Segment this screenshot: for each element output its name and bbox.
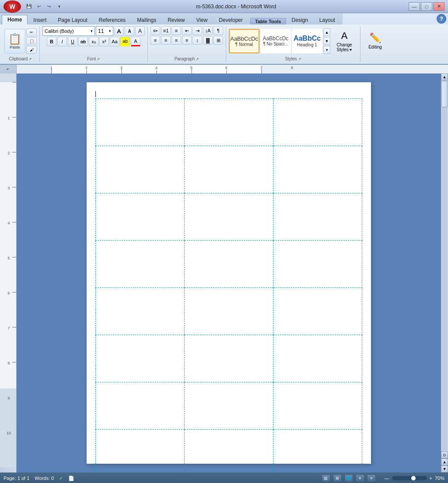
highlight-button[interactable]: ab: [120, 37, 130, 46]
table-cell[interactable]: [96, 430, 185, 473]
select-browse-object-button[interactable]: ⊙: [441, 452, 448, 458]
subscript-button[interactable]: x₂: [89, 37, 98, 46]
strikethrough-button[interactable]: ab: [78, 37, 88, 46]
underline-button[interactable]: U: [68, 37, 77, 46]
close-button[interactable]: ✕: [433, 2, 444, 11]
style-no-spacing[interactable]: AaBbCcDc ¶ No Spaci...: [260, 29, 291, 53]
save-button[interactable]: 💾: [24, 2, 33, 11]
table-cell[interactable]: [185, 193, 273, 241]
table-cell[interactable]: [185, 382, 273, 430]
tab-mailings[interactable]: Mailings: [131, 15, 162, 24]
cut-button[interactable]: ✂: [26, 28, 37, 36]
clear-formatting-button[interactable]: A: [135, 26, 145, 36]
font-size-box[interactable]: 11 ▾: [96, 26, 113, 36]
sort-button[interactable]: ↕A: [203, 26, 213, 35]
spell-check-icon[interactable]: ✓: [59, 476, 63, 481]
font-color-button[interactable]: A: [131, 37, 140, 46]
table-cell[interactable]: [96, 146, 185, 193]
styles-scroll-down-button[interactable]: ▼: [323, 37, 330, 45]
borders-button[interactable]: ⊞: [214, 36, 223, 45]
line-spacing-button[interactable]: ↕: [192, 36, 202, 45]
tab-review[interactable]: Review: [162, 15, 190, 24]
table-cell[interactable]: [96, 193, 185, 241]
tab-insert[interactable]: Insert: [28, 15, 52, 24]
table-cell[interactable]: [273, 99, 362, 146]
draft-view-button[interactable]: ≡: [367, 474, 376, 482]
tab-page-layout[interactable]: Page Layout: [52, 15, 93, 24]
styles-dialog-icon[interactable]: ↗: [298, 57, 301, 61]
format-painter-button[interactable]: 🖌: [26, 46, 37, 54]
full-screen-view-button[interactable]: ⊞: [333, 474, 342, 482]
tab-home[interactable]: Home: [2, 15, 28, 24]
table-cell[interactable]: [96, 382, 185, 430]
table-cell[interactable]: [273, 193, 362, 241]
table-cell[interactable]: [273, 335, 362, 382]
tab-design[interactable]: Design: [286, 15, 314, 24]
tab-layout[interactable]: Layout: [314, 15, 341, 24]
print-layout-view-button[interactable]: ▤: [322, 474, 330, 482]
table-cell[interactable]: [273, 430, 362, 473]
numbering-button[interactable]: ≡1: [161, 26, 171, 35]
web-layout-view-button[interactable]: 🌐: [344, 474, 353, 482]
tab-developer[interactable]: Developer: [213, 15, 248, 24]
table-cell[interactable]: [273, 241, 362, 288]
minimize-button[interactable]: —: [409, 2, 420, 11]
help-button[interactable]: ?: [437, 14, 446, 24]
office-button[interactable]: W: [4, 0, 21, 13]
show-marks-button[interactable]: ¶: [214, 26, 223, 35]
maximize-button[interactable]: □: [421, 2, 432, 11]
font-dialog-icon[interactable]: ↗: [97, 57, 100, 61]
font-grow-button[interactable]: A: [114, 26, 124, 36]
table-cell[interactable]: [273, 146, 362, 193]
undo-button[interactable]: ↩: [35, 2, 43, 11]
increase-indent-button[interactable]: ⇥: [192, 26, 202, 35]
font-shrink-button[interactable]: A: [125, 26, 134, 36]
table-cell[interactable]: [185, 288, 273, 335]
font-name-dropdown-icon[interactable]: ▾: [91, 29, 93, 33]
justify-button[interactable]: ≡: [182, 36, 192, 45]
paste-button[interactable]: 📋 Paste: [4, 29, 25, 53]
table-cell[interactable]: [273, 382, 362, 430]
italic-button[interactable]: I: [57, 37, 67, 46]
tab-references[interactable]: References: [93, 15, 131, 24]
font-size-dropdown-icon[interactable]: ▾: [109, 29, 111, 33]
table-cell[interactable]: [185, 430, 273, 473]
document-table[interactable]: [95, 98, 362, 472]
document-page[interactable]: [87, 82, 371, 464]
table-cell[interactable]: [185, 241, 273, 288]
align-left-button[interactable]: ≡: [150, 36, 160, 45]
styles-scroll-more-button[interactable]: ▾: [323, 46, 330, 54]
decrease-indent-button[interactable]: ⇤: [182, 26, 192, 35]
multilevel-list-button[interactable]: ≡: [172, 26, 181, 35]
case-button[interactable]: Aa: [110, 37, 119, 46]
document-area[interactable]: [17, 74, 441, 472]
shading-button[interactable]: ▓: [203, 36, 213, 45]
clipboard-dialog-icon[interactable]: ↗: [28, 57, 32, 61]
outline-view-button[interactable]: ≡: [356, 474, 364, 482]
style-normal[interactable]: AaBbCcDc ¶ Normal: [229, 29, 259, 53]
table-cell[interactable]: [96, 99, 185, 146]
scroll-thumb[interactable]: [441, 81, 448, 107]
scroll-up-button[interactable]: ▲: [441, 74, 448, 80]
change-styles-button[interactable]: A ChangeStyles ▾: [331, 30, 357, 52]
superscript-button[interactable]: x²: [99, 37, 109, 46]
bold-button[interactable]: B: [47, 37, 56, 46]
ruler-corner[interactable]: ⌐: [0, 65, 17, 74]
editing-button[interactable]: ✏️ Editing: [363, 32, 387, 49]
table-cell[interactable]: [96, 241, 185, 288]
previous-page-button[interactable]: ▲: [441, 458, 448, 466]
table-cell[interactable]: [273, 288, 362, 335]
scroll-track[interactable]: [441, 81, 448, 451]
table-cell[interactable]: [185, 146, 273, 193]
copy-button[interactable]: 📋: [26, 37, 37, 45]
table-cell[interactable]: [185, 99, 273, 146]
table-cell[interactable]: [96, 288, 185, 335]
tab-view[interactable]: View: [191, 15, 214, 24]
redo-button[interactable]: ↪: [45, 2, 53, 11]
zoom-minus-button[interactable]: —: [385, 476, 389, 481]
table-cell[interactable]: [185, 335, 273, 382]
table-cell[interactable]: [96, 335, 185, 382]
style-heading1[interactable]: AaBbCc Heading 1: [292, 29, 322, 53]
align-center-button[interactable]: ≡: [161, 36, 171, 45]
zoom-plus-button[interactable]: +: [430, 476, 432, 481]
